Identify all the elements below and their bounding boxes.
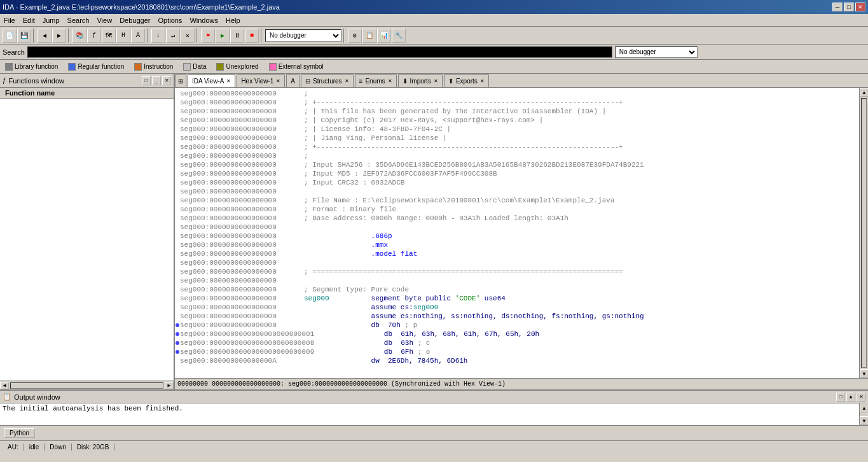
tb-sep1 — [33, 29, 36, 43]
tb-save[interactable]: 💾 — [17, 29, 31, 43]
menu-help[interactable]: Help — [222, 15, 244, 25]
tab-imports-label: Imports — [410, 78, 431, 85]
legend-data-label: Data — [193, 63, 206, 70]
tab-imports[interactable]: ⬇ Imports ✕ — [398, 74, 443, 87]
tab-enums-close[interactable]: ✕ — [388, 78, 392, 84]
status-down: Down — [45, 444, 72, 451]
code-line: seg000:0000000000000000 ; | This file ha… — [175, 107, 859, 116]
menu-windows[interactable]: Windows — [186, 15, 222, 25]
debugger-select[interactable]: No debugger — [265, 29, 341, 42]
functions-min-btn[interactable]: _ — [152, 76, 161, 85]
status-disk: Disk: 20GB — [72, 444, 115, 451]
tb-back[interactable]: ◀ — [38, 29, 52, 43]
functions-col-header: Function name — [0, 88, 174, 99]
tb-down[interactable]: ↓ — [151, 29, 165, 43]
menu-search[interactable]: Search — [64, 15, 93, 25]
tab-struct-icon: ⊟ — [305, 78, 310, 85]
tab-enums[interactable]: ≡ Enums ✕ — [355, 74, 397, 87]
output-scroll-up[interactable]: ▲ — [860, 403, 868, 412]
legend-regular-box — [68, 63, 76, 71]
tb-asm[interactable]: A — [131, 29, 145, 43]
code-line: seg000:0000000000000000 — [175, 258, 859, 267]
functions-list[interactable] — [0, 99, 174, 381]
python-button[interactable]: Python — [4, 428, 35, 438]
code-line: seg000:0000000000000000 ; | Jiang Ying, … — [175, 134, 859, 143]
tb-stop[interactable]: ■ — [245, 29, 259, 43]
tab-ida-label: IDA View-A — [192, 78, 224, 85]
scroll-left-btn[interactable]: ◀ — [0, 382, 9, 389]
maximize-button[interactable]: □ — [844, 3, 854, 11]
legend-bar: Library function Regular function Instru… — [0, 60, 868, 74]
functions-restore-btn[interactable]: □ — [142, 76, 151, 85]
tab-exports-close[interactable]: ✕ — [480, 78, 485, 84]
tab-struct-close[interactable]: ✕ — [345, 78, 349, 84]
tb-run[interactable]: ▶ — [216, 29, 230, 43]
debugger-dropdown[interactable]: No debugger — [615, 46, 698, 58]
menu-debugger[interactable]: Debugger — [116, 15, 154, 25]
tb-sep2 — [68, 29, 71, 43]
legend-external-label: External symbol — [279, 63, 324, 70]
tb-opt3[interactable]: 📊 — [377, 29, 391, 43]
close-button[interactable]: ✕ — [855, 3, 865, 11]
menu-jump[interactable]: Jump — [39, 15, 64, 25]
scroll-up-btn[interactable]: ▲ — [860, 88, 868, 97]
functions-panel-controls: □ _ ✕ — [142, 76, 171, 85]
legend-external: External symbol — [269, 63, 324, 71]
menu-edit[interactable]: Edit — [19, 15, 39, 25]
bottom-panel: 📋 Output window □ ▲ ✕ The initial autoan… — [0, 389, 868, 440]
tb-new[interactable]: 📄 — [3, 29, 17, 43]
tb-func[interactable]: ƒ — [87, 29, 101, 43]
tb-fwd[interactable]: ▶ — [52, 29, 66, 43]
tb-opt1[interactable]: ⚙ — [348, 29, 362, 43]
menu-file[interactable]: File — [0, 15, 19, 25]
tab-exports[interactable]: ⬆ Exports ✕ — [444, 74, 489, 87]
output-max-btn[interactable]: ▲ — [846, 393, 855, 402]
tb-nav[interactable]: 🗺 — [102, 29, 116, 43]
functions-scrollbar: ◀ ▶ — [0, 381, 174, 389]
legend-instruction-label: Instruction — [144, 63, 173, 70]
scroll-right-btn[interactable]: ▶ — [165, 382, 174, 389]
menu-view[interactable]: View — [93, 15, 116, 25]
code-line: seg000:0000000000000000 ; Input SHA256 :… — [175, 160, 859, 169]
tb-pause[interactable]: ⏸ — [230, 29, 244, 43]
legend-library: Library function — [5, 63, 58, 71]
output-restore-btn[interactable]: □ — [836, 393, 845, 402]
tb-lib[interactable]: 📚 — [72, 29, 86, 43]
toolbar: 📄 💾 ◀ ▶ 📚 ƒ 🗺 H A ↓ ↵ ✕ ⚑ ▶ ⏸ ■ No debug… — [0, 27, 868, 45]
tb-bp[interactable]: ⚑ — [201, 29, 215, 43]
tb-ret[interactable]: ↵ — [166, 29, 180, 43]
tab-enums-icon: ≡ — [359, 78, 363, 85]
tab-ida-close[interactable]: ✕ — [226, 78, 231, 84]
output-scroll-down[interactable]: ▼ — [860, 416, 868, 425]
output-message: The initial autoanalysis has been finish… — [3, 405, 183, 412]
tab-imports-close[interactable]: ✕ — [434, 78, 438, 84]
tab-structures[interactable]: ⊟ Structures ✕ — [301, 74, 354, 87]
legend-unexplored-label: Unexplored — [226, 63, 258, 70]
code-line: seg000:0000000000000000 ; | License info… — [175, 125, 859, 134]
minimize-button[interactable]: ─ — [832, 3, 843, 11]
legend-instruction: Instruction — [134, 63, 173, 71]
tb-opt4[interactable]: 🔧 — [392, 29, 406, 43]
tb-cross[interactable]: ✕ — [181, 29, 195, 43]
code-line: seg000:0000000000000000 ; File Name : E:… — [175, 196, 859, 205]
scroll-thumb[interactable] — [861, 98, 867, 368]
menu-options[interactable]: Options — [154, 15, 186, 25]
tab-hex-view[interactable]: Hex View-1 ✕ — [237, 74, 285, 87]
scroll-down-btn[interactable]: ▼ — [860, 369, 868, 378]
functions-close-btn[interactable]: ✕ — [162, 76, 171, 85]
scroll-track[interactable] — [10, 382, 163, 389]
code-line: seg000:0000000000000000 ; Input MD5 : 2E… — [175, 169, 859, 178]
tab-structures-label: Structures — [313, 78, 342, 85]
tab-a-view[interactable]: A — [286, 74, 300, 87]
code-line: seg000:0000000000000000 ; +-------------… — [175, 98, 859, 107]
legend-unexplored: Unexplored — [216, 63, 258, 71]
output-close-btn[interactable]: ✕ — [857, 393, 865, 402]
search-input[interactable] — [27, 46, 612, 58]
tb-opt2[interactable]: 📋 — [362, 29, 376, 43]
title-bar: IDA - Example_2.java E:\eclipseworkspace… — [0, 0, 868, 14]
code-line: seg000:0000000000000000 .model flat — [175, 249, 859, 258]
tb-hex[interactable]: H — [116, 29, 130, 43]
tab-ida-view[interactable]: IDA View-A ✕ — [188, 74, 235, 87]
code-view[interactable]: seg000:0000000000000000 ; seg000:0000000… — [175, 88, 859, 378]
tab-hex-close[interactable]: ✕ — [276, 78, 280, 84]
